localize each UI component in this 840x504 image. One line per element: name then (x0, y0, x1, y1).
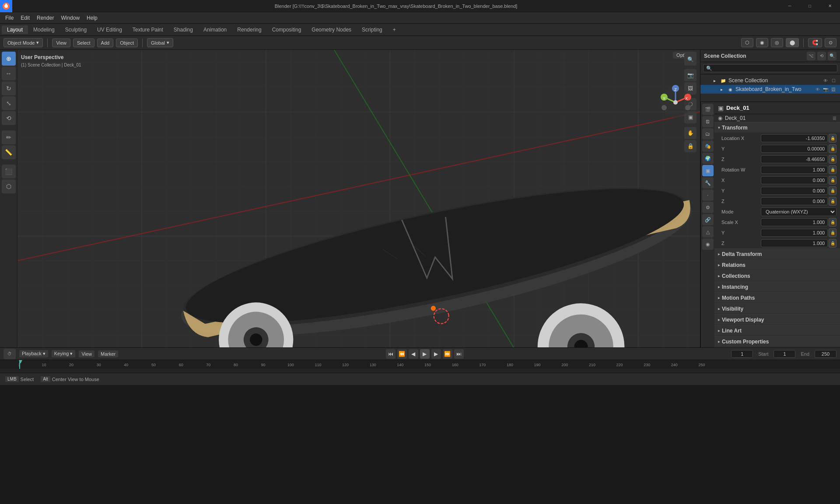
collections-header[interactable]: ▸ Collections (714, 271, 840, 281)
extra-tool[interactable]: ⬡ (2, 179, 16, 193)
location-x-lock[interactable]: 🔒 (829, 134, 836, 143)
location-y-input[interactable] (761, 145, 828, 153)
menu-render[interactable]: Render (33, 14, 57, 22)
camera-view-btn[interactable]: 📷 (684, 69, 696, 81)
view-menu-timeline[interactable]: View (79, 350, 94, 357)
end-frame-input[interactable] (815, 350, 836, 358)
tab-modeling[interactable]: Modeling (28, 25, 60, 34)
viewport-shading-solid[interactable]: ◉ (756, 38, 768, 47)
prop-tab-material[interactable]: ◉ (702, 238, 714, 250)
outliner-search-input[interactable] (703, 64, 837, 72)
scale-tool[interactable]: ⤡ (2, 96, 16, 110)
prop-tab-particles[interactable]: · (702, 189, 714, 201)
playback-menu[interactable]: Playback ▾ (19, 350, 48, 357)
view-menu[interactable]: View (52, 38, 70, 47)
prop-tab-object[interactable]: ▣ (702, 165, 714, 176)
scale-y-lock[interactable]: 🔒 (829, 228, 836, 237)
tab-scripting[interactable]: Scripting (357, 25, 388, 34)
viewport-display-header[interactable]: ▸ Viewport Display (714, 315, 840, 325)
line-art-header[interactable]: ▸ Line Art (714, 326, 840, 336)
prop-tab-viewlayer[interactable]: 🗂 (702, 128, 714, 140)
menu-file[interactable]: File (2, 14, 17, 22)
proportional-edit[interactable]: ⊙ (825, 38, 836, 47)
location-x-input[interactable] (761, 134, 828, 142)
maximize-button[interactable]: □ (800, 0, 820, 12)
close-button[interactable]: ✕ (820, 0, 840, 12)
scene-collection-select[interactable]: ☐ (830, 77, 836, 84)
transform-tool[interactable]: ⟲ (2, 111, 16, 125)
tab-compositing[interactable]: Compositing (267, 25, 307, 34)
annotate-tool[interactable]: ✏ (2, 130, 16, 144)
scale-z-lock[interactable]: 🔒 (829, 239, 836, 248)
custom-properties-header[interactable]: ▸ Custom Properties (714, 336, 840, 347)
tab-rendering[interactable]: Rendering (232, 25, 266, 34)
rotation-w-input[interactable] (761, 166, 828, 174)
keying-menu[interactable]: Keying ▾ (52, 350, 76, 357)
menu-edit[interactable]: Edit (17, 14, 33, 22)
global-dropdown[interactable]: Global▾ (147, 38, 173, 47)
select-menu[interactable]: Select (73, 38, 94, 47)
rotation-y-lock[interactable]: 🔒 (829, 186, 836, 195)
measure-tool[interactable]: 📏 (2, 145, 16, 159)
scale-z-input[interactable] (761, 239, 828, 247)
instancing-header[interactable]: ▸ Instancing (714, 282, 840, 292)
jump-start-btn[interactable]: ⏮ (386, 349, 396, 359)
prop-tab-world[interactable]: 🌍 (702, 153, 714, 164)
rotation-x-input[interactable] (761, 176, 828, 184)
location-z-input[interactable] (761, 155, 828, 163)
rotation-mode-dropdown[interactable]: Quaternion (WXYZ) XYZ Euler XZY Euler Ax… (761, 207, 836, 216)
skateboard-eye[interactable]: 👁 (815, 86, 821, 92)
jump-end-btn[interactable]: ⏭ (454, 349, 464, 359)
play-btn[interactable]: ▶ (420, 349, 430, 359)
scale-x-input[interactable] (761, 218, 828, 226)
outliner-search-btn[interactable]: 🔍 (828, 52, 836, 60)
tab-shading[interactable]: Shading (168, 25, 198, 34)
add-object-tool[interactable]: ⬛ (2, 164, 16, 178)
prop-tab-modifiers[interactable]: 🔧 (702, 177, 714, 189)
delta-transform-header[interactable]: ▸ Delta Transform (714, 249, 840, 259)
location-y-lock[interactable]: 🔒 (829, 144, 836, 153)
start-frame-input[interactable] (774, 350, 795, 358)
viewport-shading-rendered[interactable]: ⬤ (786, 38, 799, 47)
motion-paths-header[interactable]: ▸ Motion Paths (714, 293, 840, 303)
prop-tab-output[interactable]: 🖻 (702, 116, 714, 127)
transform-section-header[interactable]: ▾ Transform (714, 122, 840, 133)
view-search-btn[interactable]: 🔍 (684, 53, 696, 66)
tab-animation[interactable]: Animation (198, 25, 232, 34)
viewport-shading-wireframe[interactable]: ⬡ (741, 38, 753, 47)
marker-menu[interactable]: Marker (98, 350, 118, 357)
tab-texture-paint[interactable]: Texture Paint (127, 25, 168, 34)
scale-x-lock[interactable]: 🔒 (829, 218, 836, 227)
tab-sculpting[interactable]: Sculpting (60, 25, 92, 34)
rotation-w-lock[interactable]: 🔒 (829, 165, 836, 174)
rotation-z-lock[interactable]: 🔒 (829, 197, 836, 206)
tab-add[interactable]: + (388, 25, 401, 34)
prop-context-btn[interactable]: ☰ (833, 116, 836, 121)
menu-window[interactable]: Window (57, 14, 83, 22)
outliner-filter-btn[interactable]: ⌥ (807, 52, 816, 60)
visibility-header[interactable]: ▸ Visibility (714, 304, 840, 314)
camera-lock-btn[interactable]: 🔒 (684, 140, 696, 152)
cursor-tool[interactable]: ⊕ (2, 52, 16, 66)
scene-collection-eye[interactable]: 👁 (822, 77, 829, 84)
viewport[interactable]: User Perspective (1) Scene Collection | … (18, 50, 700, 347)
location-z-lock[interactable]: 🔒 (829, 155, 836, 164)
prev-frame-btn[interactable]: ◀ (409, 349, 418, 359)
outliner-item-scene-collection[interactable]: ▸ 📁 Scene Collection 👁 ☐ (700, 76, 840, 85)
outliner-item-skateboard[interactable]: ▸ ◉ Skateboard_Broken_in_Two 👁 📷 🖼 (700, 85, 840, 94)
prop-tab-data[interactable]: △ (702, 226, 714, 238)
relations-header[interactable]: ▸ Relations (714, 260, 840, 270)
prev-keyframe-btn[interactable]: ⏪ (397, 349, 407, 359)
menu-help[interactable]: Help (83, 14, 101, 22)
grab-btn[interactable]: ✋ (684, 127, 696, 139)
rotate-tool[interactable]: ↻ (2, 81, 16, 95)
snap-toggle[interactable]: 🧲 (808, 38, 822, 47)
skateboard-render[interactable]: 🖼 (830, 86, 836, 92)
rotation-x-lock[interactable]: 🔒 (829, 176, 836, 185)
scale-y-input[interactable] (761, 229, 828, 237)
tab-uv-editing[interactable]: UV Editing (92, 25, 127, 34)
outliner-sync-btn[interactable]: ⟲ (817, 52, 826, 60)
rotation-z-input[interactable] (761, 197, 828, 205)
prop-tab-render[interactable]: 🎬 (702, 104, 714, 115)
prop-tab-physics[interactable]: ⚙ (702, 202, 714, 213)
